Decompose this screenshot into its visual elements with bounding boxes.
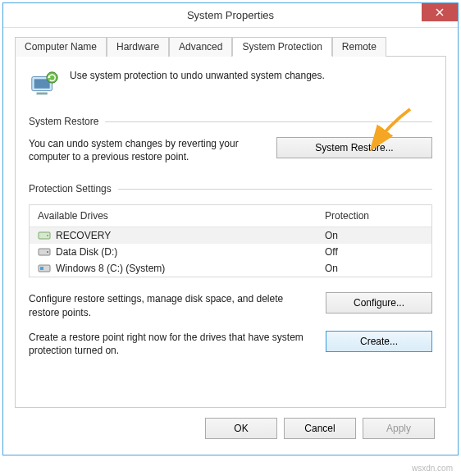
drive-protection: On <box>325 230 423 241</box>
drive-row[interactable]: RECOVERY On <box>30 227 431 244</box>
create-description: Create a restore point right now for the… <box>29 331 311 357</box>
tab-strip: Computer Name Hardware Advanced System P… <box>15 36 446 57</box>
tab-hardware[interactable]: Hardware <box>107 37 169 57</box>
system-protection-icon <box>29 68 60 101</box>
drive-windows-icon <box>38 263 51 274</box>
tab-panel: Use system protection to undo unwanted s… <box>15 57 446 408</box>
content-area: Computer Name Hardware Advanced System P… <box>3 28 458 447</box>
create-button[interactable]: Create... <box>326 331 432 352</box>
drive-name: Windows 8 (C:) (System) <box>56 263 325 274</box>
drives-list: Available Drives Protection RECOVERY On … <box>29 204 432 277</box>
apply-button: Apply <box>363 418 435 439</box>
titlebar: System Properties <box>3 3 458 28</box>
window-title: System Properties <box>187 9 274 21</box>
svg-point-11 <box>47 251 48 253</box>
drive-name: Data Disk (D:) <box>56 246 325 258</box>
cancel-button[interactable]: Cancel <box>284 418 356 439</box>
drive-row[interactable]: Windows 8 (C:) (System) On <box>30 260 431 277</box>
col-protection: Protection <box>325 210 423 222</box>
svg-point-9 <box>47 235 48 236</box>
drive-row[interactable]: Data Disk (D:) Off <box>30 244 431 260</box>
tab-computer-name[interactable]: Computer Name <box>15 37 107 57</box>
close-icon <box>436 8 444 16</box>
close-button[interactable] <box>422 3 458 21</box>
drive-protection: On <box>325 263 423 274</box>
restore-description: You can undo system changes by reverting… <box>29 137 262 163</box>
configure-button[interactable]: Configure... <box>326 292 432 314</box>
configure-row: Configure restore settings, manage disk … <box>29 292 432 318</box>
restore-row: You can undo system changes by reverting… <box>29 137 432 163</box>
tab-remote[interactable]: Remote <box>332 37 386 57</box>
tab-system-protection[interactable]: System Protection <box>232 37 331 57</box>
configure-description: Configure restore settings, manage disk … <box>29 292 311 318</box>
section-system-restore: System Restore <box>29 116 432 127</box>
drive-name: RECOVERY <box>56 230 325 241</box>
tab-advanced[interactable]: Advanced <box>169 37 232 57</box>
svg-rect-13 <box>40 267 43 270</box>
section-protection-settings: Protection Settings <box>29 183 432 195</box>
col-available-drives: Available Drives <box>38 210 325 222</box>
drive-protection: Off <box>325 246 423 258</box>
window-frame: System Properties Computer Name Hardware… <box>2 2 459 455</box>
create-row: Create a restore point right now for the… <box>29 331 432 357</box>
ok-button[interactable]: OK <box>205 418 277 439</box>
watermark-text: wsxdn.com <box>412 464 453 473</box>
drives-header: Available Drives Protection <box>30 205 431 227</box>
intro-text: Use system protection to undo unwanted s… <box>70 68 325 81</box>
dialog-buttons: OK Cancel Apply <box>15 408 446 439</box>
intro-row: Use system protection to undo unwanted s… <box>29 68 432 101</box>
drive-icon <box>38 246 51 258</box>
system-restore-button[interactable]: System Restore... <box>276 137 432 158</box>
drive-icon <box>38 230 51 241</box>
svg-rect-4 <box>37 93 48 95</box>
